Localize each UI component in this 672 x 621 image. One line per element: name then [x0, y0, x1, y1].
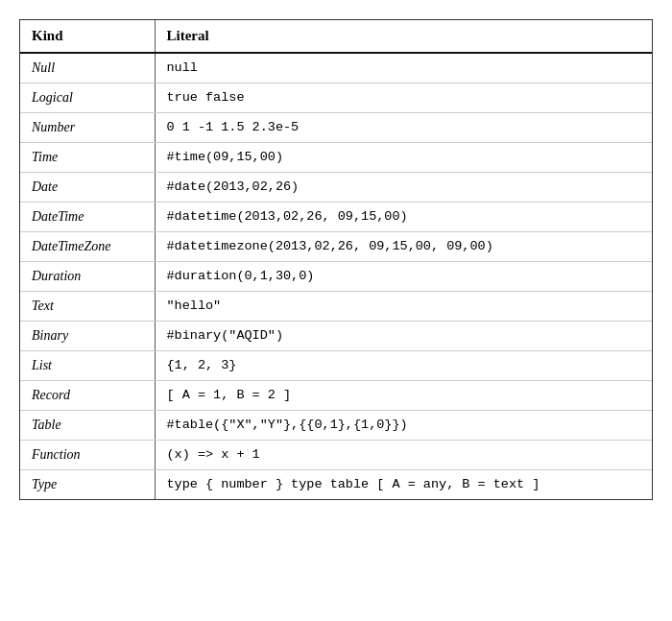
table-row: DateTime#datetime(2013,02,26, 09,15,00): [20, 203, 652, 232]
kind-cell: Function: [20, 441, 155, 470]
table-row: Binary#binary("AQID"): [20, 322, 652, 351]
kind-cell: Text: [20, 292, 155, 322]
kind-cell: Table: [20, 411, 155, 441]
literal-column-header: Literal: [155, 20, 652, 53]
table-row: Time#time(09,15,00): [20, 143, 652, 173]
kind-cell: Type: [20, 470, 155, 500]
literal-cell: "hello": [155, 292, 652, 322]
main-table-container: Kind Literal NullnullLogicaltrue falseNu…: [19, 19, 653, 500]
table-row: Duration#duration(0,1,30,0): [20, 262, 652, 292]
table-row: Number0 1 -1 1.5 2.3e-5: [20, 113, 652, 143]
literals-table: Kind Literal NullnullLogicaltrue falseNu…: [20, 20, 652, 499]
literal-cell: {1, 2, 3}: [155, 351, 652, 381]
kind-cell: Date: [20, 173, 155, 203]
table-row: Record[ A = 1, B = 2 ]: [20, 381, 652, 411]
table-row: Logicaltrue false: [20, 84, 652, 113]
table-row: DateTimeZone#datetimezone(2013,02,26, 09…: [20, 232, 652, 262]
table-row: List{1, 2, 3}: [20, 351, 652, 381]
kind-cell: Null: [20, 53, 155, 84]
kind-cell: List: [20, 351, 155, 381]
table-row: Text"hello": [20, 292, 652, 322]
literal-cell: #datetimezone(2013,02,26, 09,15,00, 09,0…: [155, 232, 652, 262]
literal-cell: type { number } type table [ A = any, B …: [155, 470, 652, 500]
kind-cell: DateTimeZone: [20, 232, 155, 262]
literal-cell: 0 1 -1 1.5 2.3e-5: [155, 113, 652, 143]
literal-cell: #table({"X","Y"},{{0,1},{1,0}}): [155, 411, 652, 441]
kind-cell: Binary: [20, 322, 155, 351]
literal-cell: #date(2013,02,26): [155, 173, 652, 203]
table-row: Function(x) => x + 1: [20, 441, 652, 470]
table-row: Typetype { number } type table [ A = any…: [20, 470, 652, 500]
table-row: Table#table({"X","Y"},{{0,1},{1,0}}): [20, 411, 652, 441]
kind-cell: Record: [20, 381, 155, 411]
kind-cell: DateTime: [20, 203, 155, 232]
literal-cell: #datetime(2013,02,26, 09,15,00): [155, 203, 652, 232]
literal-cell: null: [155, 53, 652, 84]
kind-column-header: Kind: [20, 20, 155, 53]
kind-cell: Logical: [20, 84, 155, 113]
table-row: Nullnull: [20, 53, 652, 84]
literal-cell: #binary("AQID"): [155, 322, 652, 351]
literal-cell: #duration(0,1,30,0): [155, 262, 652, 292]
kind-cell: Duration: [20, 262, 155, 292]
literal-cell: true false: [155, 84, 652, 113]
kind-cell: Time: [20, 143, 155, 173]
table-row: Date#date(2013,02,26): [20, 173, 652, 203]
literal-cell: [ A = 1, B = 2 ]: [155, 381, 652, 411]
table-header-row: Kind Literal: [20, 20, 652, 53]
kind-cell: Number: [20, 113, 155, 143]
literal-cell: (x) => x + 1: [155, 441, 652, 470]
literal-cell: #time(09,15,00): [155, 143, 652, 173]
